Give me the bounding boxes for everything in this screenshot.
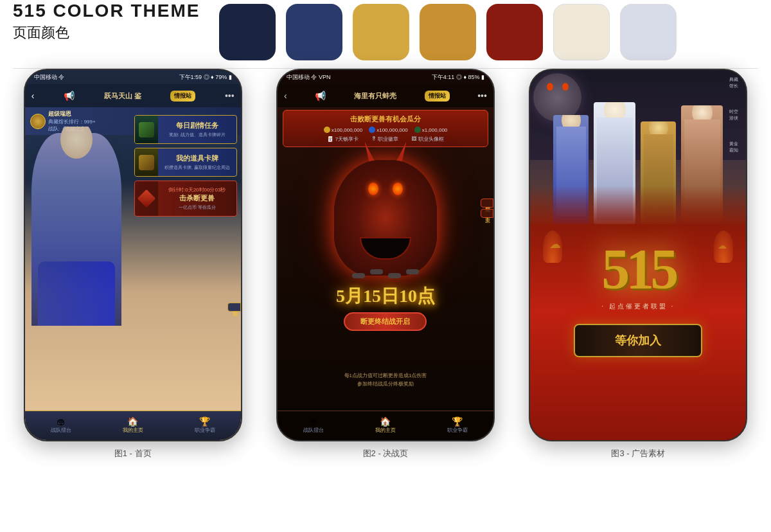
battle-button[interactable]: 断更终结战开启 xyxy=(344,312,427,331)
character-area xyxy=(25,127,134,358)
menu-item-2-title: 我的道具卡牌 xyxy=(164,154,230,163)
menu-icon-2 xyxy=(135,148,158,176)
menu-item-3-sub: 一亿点币 等你瓜分 xyxy=(164,204,230,211)
tools-icon xyxy=(139,155,154,170)
title-block: 515 COLOR THEME 页面颜色 xyxy=(13,0,200,42)
menu-icon-3 xyxy=(135,181,158,216)
menu-item-1-sub: 奖励: 战力值、道具卡牌碎片 xyxy=(164,132,230,138)
home-side-btn[interactable]: 主页 xyxy=(481,209,493,218)
phone2-more-icon[interactable]: ••• xyxy=(477,91,487,101)
swatch-7 xyxy=(620,4,677,60)
phone2-nav-title: 海里有只蚌壳 xyxy=(354,91,396,101)
menu-item-1-content: 每日剧情任务 奖励: 战力值、道具卡牌碎片 xyxy=(164,121,230,138)
phone1-container: 中国移动 令 下午1:59 ◎ ♦ 79% ▮ ‹ 📢 跃马天山 鉴 情报站 •… xyxy=(6,69,259,467)
more-icon[interactable]: ••• xyxy=(225,91,235,101)
chain-1 xyxy=(352,273,365,278)
phone2-status-right: 下午4:11 ◎ ♦ 85% ▮ xyxy=(432,73,484,82)
join-button[interactable]: 等你加入 xyxy=(574,324,702,357)
banner-rewards: x100,000,000 x100,000,000 x1,000,000 xyxy=(290,127,481,133)
nav-team[interactable]: 🏟 战队擂台 xyxy=(51,416,71,434)
phone3-top-art: 典藏馆长 时空游侠 黄金霸知 xyxy=(530,70,746,224)
phones-area: 中国移动 令 下午1:59 ◎ ♦ 79% ▮ ‹ 📢 跃马天山 鉴 情报站 •… xyxy=(0,69,771,467)
blue-icon xyxy=(369,127,375,133)
reward-1: x100,000,000 xyxy=(324,127,363,133)
character-body xyxy=(31,133,121,326)
color-swatches xyxy=(219,4,677,60)
phone3-container: 典藏馆长 时空游侠 黄金霸知 xyxy=(512,69,765,467)
phone1-nav-logo[interactable]: 情报站 xyxy=(170,91,195,102)
speaker-icon[interactable]: 📢 xyxy=(64,91,75,101)
phone2-monster xyxy=(315,134,456,295)
menu-item-1-title: 每日剧情任务 xyxy=(164,121,230,130)
desc-line-1: 每1点战力值可过断更兽造成1点伤害 xyxy=(278,372,493,380)
phone2-status-bar: 中国移动 令 VPN 下午4:11 ◎ ♦ 85% ▮ xyxy=(278,70,493,84)
chain-4 xyxy=(406,269,419,274)
nav-home-label: 我的主页 xyxy=(123,427,143,434)
rules-side-btn[interactable]: 规则 xyxy=(481,199,493,208)
phone3-subtitle: · 起点催更者联盟 · xyxy=(530,302,746,311)
rules-button[interactable]: 规则 xyxy=(227,303,241,312)
kill-icon xyxy=(137,190,155,208)
user-name: 超级瑞恩 xyxy=(48,110,96,118)
monster-mouth xyxy=(360,237,411,260)
nav-home[interactable]: 🏠 我的主页 xyxy=(123,416,143,434)
banner-title: 击败断更兽有机会瓜分 xyxy=(290,114,481,124)
nav-job[interactable]: 🏆 职业争霸 xyxy=(195,416,215,434)
chains xyxy=(341,269,430,282)
menu-item-2-sub: 积攒道具卡牌, 赢取限量纪念周边 xyxy=(164,164,230,171)
deco-eye-r xyxy=(562,83,569,91)
timer-text: 倒计时:0天20时00分03秒 xyxy=(164,186,230,193)
gold-icon xyxy=(324,127,330,133)
back-icon[interactable]: ‹ xyxy=(31,91,35,101)
reward-3: x1,000,000 xyxy=(414,127,448,133)
phone2-nav-home[interactable]: 🏠 我的主页 xyxy=(375,416,396,434)
menu-item-kill[interactable]: 倒计时:0天20时00分03秒 击杀断更兽 一亿点币 等你瓜分 xyxy=(134,181,237,217)
title-zh: 页面颜色 xyxy=(13,23,200,42)
green-icon xyxy=(414,127,421,133)
phone1-bottom-nav: 🏟 战队擂台 🏠 我的主页 🏆 职业争霸 xyxy=(25,411,241,440)
menu-item-3-content: 倒计时:0天20时00分03秒 击杀断更兽 一亿点币 等你瓜分 xyxy=(164,186,230,211)
phone1-wrapper: 中国移动 令 下午1:59 ◎ ♦ 79% ▮ ‹ 📢 跃马天山 鉴 情报站 •… xyxy=(24,69,242,441)
eye-right xyxy=(393,182,403,195)
phone2-nav-team-label: 战队擂台 xyxy=(303,427,324,434)
big-date: 5月15日10点 xyxy=(278,284,493,308)
phone2-nav-home-label: 我的主页 xyxy=(375,427,396,434)
phone2-desc: 每1点战力值可过断更兽造成1点伤害 参加终结战瓜分终极奖励 xyxy=(278,372,493,389)
menu-item-2-content: 我的道具卡牌 积攒道具卡牌, 赢取限量纪念周边 xyxy=(164,154,230,171)
cloud-left: ☁ xyxy=(549,237,561,251)
swatch-5 xyxy=(486,4,543,60)
eyes xyxy=(368,182,403,195)
phone1-screen: 中国移动 令 下午1:59 ◎ ♦ 79% ▮ ‹ 📢 跃马天山 鉴 情报站 •… xyxy=(25,70,241,440)
phone2-screen: 中国移动 令 VPN 下午4:11 ◎ ♦ 85% ▮ ‹ 📢 海里有只蚌壳 情… xyxy=(278,70,493,440)
phone2-status-left: 中国移动 令 VPN xyxy=(287,73,331,82)
phone2-caption: 图2 - 决战页 xyxy=(363,448,409,459)
daily-icon xyxy=(139,122,154,137)
header-section: 515 COLOR THEME 页面颜色 xyxy=(0,0,771,68)
phone3-screen: 典藏馆长 时空游侠 黄金霸知 xyxy=(530,70,746,440)
menu-item-tools[interactable]: 我的道具卡牌 积攒道具卡牌, 赢取限量纪念周边 xyxy=(134,148,237,177)
phone1-status-right: 下午1:59 ◎ ♦ 79% ▮ xyxy=(179,73,232,82)
phone3-wrapper: 典藏馆长 时空游侠 黄金霸知 xyxy=(529,69,747,441)
reward-2: x100,000,000 xyxy=(369,127,408,133)
phone1-nav: ‹ 📢 跃马天山 鉴 情报站 ••• xyxy=(25,84,241,107)
job-icon: 🏆 xyxy=(195,416,215,427)
phone2-nav-job[interactable]: 🏆 职业争霸 xyxy=(447,416,468,434)
phone2-job-icon: 🏆 xyxy=(447,416,468,427)
phone2-speaker-icon[interactable]: 📢 xyxy=(315,91,326,101)
title-en: 515 COLOR THEME xyxy=(13,0,200,22)
phone2-back-icon[interactable]: ‹ xyxy=(284,91,287,101)
phone2-wrapper: 中国移动 令 VPN 下午4:11 ◎ ♦ 85% ▮ ‹ 📢 海里有只蚌壳 情… xyxy=(276,69,495,441)
label-1: 典藏馆长 xyxy=(729,76,738,89)
phone2-nav-team[interactable]: 🏟 战队擂台 xyxy=(303,416,324,434)
phone2-side-btns: 规则 主页 xyxy=(481,199,493,218)
phone1-menu: 每日剧情任务 奖励: 战力值、道具卡牌碎片 我的道具卡牌 积攒道具卡牌, 赢取限… xyxy=(134,115,237,217)
monster-body-wrapper xyxy=(321,141,450,288)
nav-team-label: 战队擂台 xyxy=(51,427,71,434)
menu-icon-1 xyxy=(135,116,158,143)
phone2-bottom-nav: 🏟 战队擂台 🏠 我的主页 🏆 职业争霸 xyxy=(278,411,493,440)
phone2-nav-logo[interactable]: 情报站 xyxy=(425,91,450,102)
menu-item-daily[interactable]: 每日剧情任务 奖励: 战力值、道具卡牌碎片 xyxy=(134,115,237,144)
phone1-caption: 图1 - 首页 xyxy=(114,448,152,459)
nav-job-label: 职业争霸 xyxy=(195,427,215,434)
team-icon: 🏟 xyxy=(51,416,71,427)
